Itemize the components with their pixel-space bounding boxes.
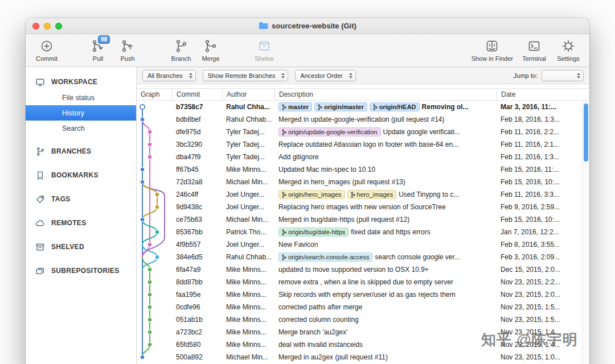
- jump-to-dropdown[interactable]: [542, 70, 584, 81]
- table-row[interactable]: bdb8befRahul Chhab...Merged in update-go…: [137, 113, 589, 126]
- commit-description: deal with invalid instanceids: [274, 341, 497, 349]
- commit-author: Mike Minns...: [222, 266, 274, 274]
- commit-description: corrected paths after merge: [274, 303, 497, 311]
- commit-description: Merged in update-google-verification (pu…: [274, 115, 497, 123]
- table-row[interactable]: faa195eMike Minns...Skip records with em…: [137, 288, 589, 301]
- table-row[interactable]: 8dd87bbMike Minns...remove extra , when …: [137, 276, 589, 288]
- table-row[interactable]: 4f9b557Joel Unger...New FaviconFeb 8, 20…: [137, 238, 589, 251]
- branch-badge[interactable]: hero_images: [347, 190, 397, 199]
- branch-filter-dropdown[interactable]: All Branches: [142, 70, 196, 81]
- table-row[interactable]: 85367bbPatrick Tho...origin/bug/date-htt…: [137, 226, 589, 238]
- branch-badge[interactable]: origin/bug/date-https: [278, 228, 348, 237]
- branch-badge[interactable]: origin/update-google-verification: [278, 127, 381, 136]
- title-bar[interactable]: sourcetree-website (Git): [26, 18, 589, 34]
- commit-hash: 6fa47a9: [172, 266, 222, 274]
- pull-count-badge: 98: [98, 35, 110, 44]
- commit-author: Mike Minns...: [222, 328, 274, 336]
- sourcetree-window: sourcetree-website (Git) Commit 98 Pull …: [26, 18, 589, 364]
- branch-badge[interactable]: origin/HEAD: [370, 102, 420, 111]
- table-row[interactable]: 0cdfe96Mike Minns...corrected paths afte…: [137, 301, 589, 313]
- commit-date: Feb 9, 2016, 2:59...: [497, 203, 589, 211]
- sidebar-item-file-status[interactable]: File status: [26, 90, 136, 105]
- sidebar-item-search[interactable]: Search: [26, 121, 136, 136]
- commit-date: Feb 18, 2016, 1:3...: [497, 115, 589, 123]
- commit-date: Nov 23, 2015, 1:5...: [497, 316, 589, 324]
- push-icon: [120, 39, 135, 53]
- table-row[interactable]: 051ab1bMike Minns...corrected column cou…: [137, 313, 589, 326]
- commit-description: origin/search-console-accesssearch conso…: [274, 253, 497, 262]
- sidebar-section-remotes[interactable]: REMOTES: [26, 211, 136, 235]
- table-row[interactable]: 246c4ffJoel Unger...origin/hero_imageshe…: [137, 188, 589, 201]
- pull-button[interactable]: 98 Pull: [85, 39, 111, 62]
- branch-badge[interactable]: origin/search-console-access: [278, 253, 372, 262]
- table-row[interactable]: ce75b63Michael Min...Merged in bug/date-…: [137, 213, 589, 226]
- commit-hash: dba47f9: [172, 153, 222, 161]
- table-row[interactable]: ff67b45Mike Minns...Updated Mac min-spec…: [137, 163, 589, 176]
- table-row[interactable]: 65fd580Mike Minns...deal with invalid in…: [137, 338, 589, 351]
- show-in-finder-button[interactable]: Show in Finder: [472, 39, 513, 62]
- settings-button[interactable]: Settings: [555, 39, 581, 62]
- column-header-commit[interactable]: Commit: [172, 89, 222, 100]
- filter-bar: All Branches Show Remote Branches Ancest…: [137, 67, 589, 84]
- commit-hash: 3bc3290: [172, 140, 222, 148]
- commit-author: Joel Unger...: [222, 203, 274, 211]
- sidebar-section-subrepositories[interactable]: SUBREPOSITORIES: [26, 259, 136, 283]
- zoom-button[interactable]: [55, 23, 62, 30]
- commit-description: Add gitignore: [274, 153, 497, 161]
- table-row[interactable]: 6fa47a9Mike Minns...updated to move supp…: [137, 263, 589, 276]
- terminal-icon: [527, 39, 542, 53]
- merge-button[interactable]: Merge: [198, 39, 224, 62]
- minimize-button[interactable]: [44, 23, 51, 30]
- table-row[interactable]: 384e6d5Rahul Chhab...origin/search-conso…: [137, 251, 589, 263]
- commit-author: Rahul Chhab...: [222, 115, 274, 123]
- table-row[interactable]: b7358c7Rahul Chha...masterorigin/mastero…: [137, 101, 589, 113]
- terminal-button[interactable]: Terminal: [521, 39, 547, 62]
- commit-date: Feb 15, 2016, 10:...: [497, 216, 589, 224]
- commit-author: Rahul Chhab...: [222, 253, 274, 261]
- commit-description: Updated Mac min-spec to 10.10: [274, 166, 497, 173]
- sidebar-section-workspace[interactable]: WORKSPACE: [26, 74, 136, 90]
- sidebar-section-tags[interactable]: TAGS: [26, 187, 136, 211]
- sidebar-section-shelved[interactable]: SHELVED: [26, 235, 136, 259]
- commit-description: remove extra , when a line is skipped du…: [274, 278, 497, 286]
- commit-hash: ff67b45: [172, 166, 222, 173]
- shelve-button[interactable]: Shelve: [251, 39, 277, 62]
- commit-description: New Favicon: [274, 241, 497, 249]
- commit-description: origin/bug/date-httpsfixed date and http…: [274, 228, 497, 237]
- commit-author: Michael Min...: [222, 178, 274, 186]
- folder-icon: [259, 22, 268, 31]
- commit-hash: 9d9438c: [172, 203, 222, 211]
- remote-branches-dropdown[interactable]: Show Remote Branches: [203, 70, 289, 81]
- commit-hash: b7358c7: [172, 103, 222, 111]
- close-button[interactable]: [32, 23, 39, 30]
- sidebar-section-bookmarks[interactable]: BOOKMARKS: [26, 163, 136, 187]
- column-header-author[interactable]: Author: [222, 89, 274, 100]
- table-row[interactable]: 3bc3290Tyler Tadej...Replace outdated At…: [137, 138, 589, 151]
- order-dropdown[interactable]: Ancestor Order: [295, 70, 356, 81]
- table-row[interactable]: dfe975dTyler Tadej...origin/update-googl…: [137, 126, 589, 138]
- table-row[interactable]: a723bc2Mike Minns...Merge branch 'au2gex…: [137, 326, 589, 338]
- table-row[interactable]: 72d32a8Michael Min...Merged in hero_imag…: [137, 176, 589, 188]
- column-header-description[interactable]: Description: [274, 89, 497, 100]
- branch-badge[interactable]: origin/master: [314, 102, 367, 111]
- chevron-updown-icon: [281, 73, 285, 78]
- column-header-date[interactable]: Date: [497, 89, 589, 100]
- scrollbar-track[interactable]: [582, 101, 589, 364]
- branch-button[interactable]: Branch: [168, 39, 194, 62]
- commit-description: origin/hero_imageshero_imagesUsed Tinypn…: [274, 190, 497, 199]
- commit-hash: 051ab1b: [172, 316, 222, 324]
- table-row[interactable]: 9d9438cJoel Unger...Replacing hero image…: [137, 201, 589, 213]
- table-row[interactable]: 500a892Michael Min...Merged in au2gex (p…: [137, 351, 589, 363]
- branch-badge[interactable]: master: [278, 102, 312, 111]
- push-button[interactable]: Push: [114, 39, 141, 62]
- sidebar-section-branches[interactable]: BRANCHES: [26, 139, 136, 163]
- branch-badge[interactable]: origin/hero_images: [278, 190, 345, 199]
- merge-icon: [203, 39, 218, 53]
- table-row[interactable]: dba47f9Tyler Tadej...Add gitignoreFeb 11…: [137, 151, 589, 163]
- commit-description: updated to move supported version to OSX…: [274, 266, 497, 274]
- column-header-graph[interactable]: Graph: [137, 89, 172, 100]
- sidebar-item-history[interactable]: History: [26, 105, 136, 121]
- bookmark-icon: [35, 171, 45, 180]
- commit-button[interactable]: Commit: [34, 39, 60, 62]
- scrollbar-thumb[interactable]: [584, 104, 588, 162]
